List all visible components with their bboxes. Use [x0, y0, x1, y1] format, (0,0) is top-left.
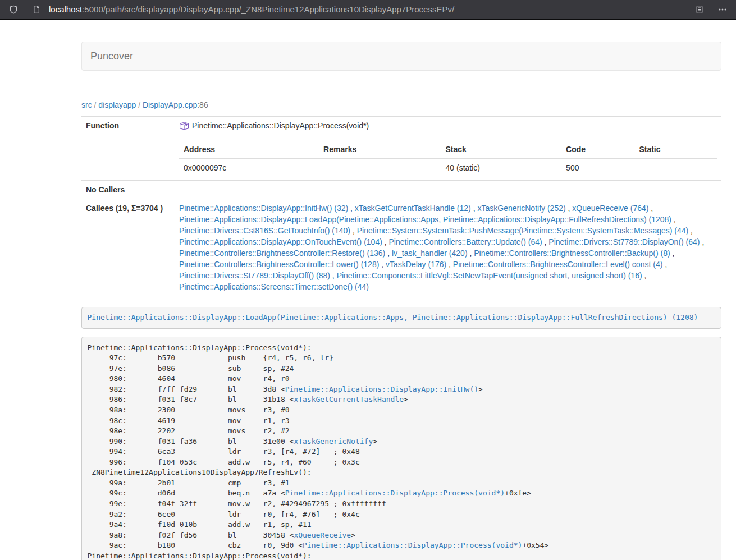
- callee-link[interactable]: xQueueReceive (764): [572, 204, 648, 213]
- callee-link[interactable]: Pinetime::Applications::DisplayApp::OnTo…: [179, 237, 382, 246]
- code-symbol-link[interactable]: Pinetime::Applications::DisplayApp::Init…: [285, 385, 478, 393]
- function-name: Pinetime::Applications::DisplayApp::Proc…: [192, 120, 369, 131]
- callee-link[interactable]: Pinetime::Controllers::BrightnessControl…: [179, 260, 379, 269]
- breadcrumb: src / displayapp / DisplayApp.cpp:86: [81, 100, 721, 109]
- callee-link[interactable]: vTaskDelay (176): [386, 260, 446, 269]
- snippet-panel: Pinetime::Applications::DisplayApp::Load…: [81, 307, 721, 329]
- stats-body: 0x0000097c40 (static)500: [179, 158, 717, 177]
- code-symbol-link[interactable]: Pinetime::Applications::DisplayApp::Proc…: [303, 541, 522, 549]
- page: Puncover src / displayapp / DisplayApp.c…: [73, 20, 730, 560]
- shield-icon[interactable]: [6, 2, 21, 17]
- stats-header-cell: Remarks: [319, 141, 441, 158]
- callees-row: Callees (19, Σ=3704 ) Pinetime::Applicat…: [81, 199, 721, 296]
- reader-mode-icon[interactable]: [692, 2, 707, 17]
- url-text[interactable]: localhost:5000/path/src/displayapp/Displ…: [49, 4, 692, 14]
- stats-row-container: AddressRemarksStackCodeStatic 0x0000097c…: [81, 137, 721, 180]
- stats-row: 0x0000097c40 (static)500: [179, 158, 717, 177]
- chrome-separator: [711, 4, 711, 15]
- chrome-separator: [25, 4, 25, 15]
- callee-link[interactable]: Pinetime::Drivers::Cst816S::GetTouchInfo…: [179, 226, 350, 235]
- stats-header-cell: Address: [179, 141, 319, 158]
- callee-link[interactable]: Pinetime::Drivers::St7789::DisplayOff() …: [179, 271, 330, 280]
- divider: [81, 88, 721, 88]
- callee-link[interactable]: Pinetime::Applications::DisplayApp::Init…: [179, 204, 348, 213]
- stats-cell: 40 (static): [441, 158, 562, 177]
- stats-header-row: AddressRemarksStackCodeStatic: [179, 141, 717, 158]
- function-row: Function Pinetime::Applications::Display…: [81, 117, 721, 137]
- callees-cell: Pinetime::Applications::DisplayApp::Init…: [175, 199, 721, 296]
- stats-cell: 0x0000097c: [179, 158, 319, 177]
- code-symbol-link[interactable]: xTaskGenericNotify: [294, 437, 373, 446]
- function-label: Function: [81, 117, 175, 137]
- callee-link[interactable]: Pinetime::System::SystemTask::PushMessag…: [357, 226, 689, 235]
- more-menu-icon[interactable]: [715, 2, 730, 17]
- breadcrumb-separator: /: [136, 100, 143, 109]
- code-symbol-link[interactable]: xTaskGetCurrentTaskHandle: [294, 395, 404, 403]
- callee-link[interactable]: xTaskGenericNotify (252): [477, 204, 565, 213]
- stats-cell: [634, 158, 717, 177]
- stats-header-cell: Stack: [441, 141, 562, 158]
- stats-cell: 500: [561, 158, 634, 177]
- callee-link[interactable]: Pinetime::Drivers::St7789::DisplayOn() (…: [548, 237, 700, 246]
- brand-link[interactable]: Puncover: [82, 51, 141, 62]
- breadcrumb-link[interactable]: displayapp: [98, 100, 136, 109]
- stats-header-cell: Code: [561, 141, 634, 158]
- page-icon[interactable]: [29, 2, 44, 17]
- code-symbol-link[interactable]: Pinetime::Applications::DisplayApp::Proc…: [285, 489, 505, 497]
- url-host: localhost: [49, 4, 82, 14]
- callee-link[interactable]: Pinetime::Controllers::BrightnessControl…: [179, 249, 385, 258]
- stats-cell: [319, 158, 441, 177]
- callee-link[interactable]: Pinetime::Controllers::BrightnessControl…: [474, 249, 670, 258]
- navbar: Puncover: [81, 42, 721, 71]
- callee-link[interactable]: lv_task_handler (420): [392, 249, 468, 258]
- function-table: Function Pinetime::Applications::Display…: [81, 116, 721, 296]
- callee-link[interactable]: xTaskGetCurrentTaskHandle (12): [355, 204, 471, 213]
- breadcrumb-separator: /: [92, 100, 99, 109]
- no-callers-row: No Callers: [81, 180, 721, 199]
- callee-link[interactable]: Pinetime::Controllers::Battery::Update()…: [389, 237, 542, 246]
- callee-link[interactable]: Pinetime::Controllers::BrightnessControl…: [453, 260, 662, 269]
- package-icon: [179, 121, 189, 131]
- breadcrumb-link[interactable]: DisplayApp.cpp: [143, 100, 197, 109]
- callee-link[interactable]: Pinetime::Applications::Screens::Timer::…: [179, 282, 369, 291]
- callee-link[interactable]: Pinetime::Components::LittleVgl::SetNewT…: [337, 271, 642, 280]
- callees-label: Callees (19, Σ=3704 ): [81, 199, 175, 296]
- code-symbol-link[interactable]: xQueueReceive: [294, 531, 351, 539]
- callee-link[interactable]: Pinetime::Applications::DisplayApp::Load…: [179, 215, 671, 224]
- browser-chrome: localhost:5000/path/src/displayapp/Displ…: [0, 0, 736, 20]
- disassembly-code: Pinetime::Applications::DisplayApp::Proc…: [81, 337, 721, 560]
- no-callers-label: No Callers: [81, 180, 175, 199]
- snippet-link[interactable]: Pinetime::Applications::DisplayApp::Load…: [88, 313, 698, 322]
- breadcrumb-line-number: :86: [197, 100, 208, 109]
- stats-header-cell: Static: [634, 141, 717, 158]
- url-path: :5000/path/src/displayapp/DisplayApp.cpp…: [82, 4, 454, 14]
- stats-table: AddressRemarksStackCodeStatic 0x0000097c…: [179, 141, 717, 177]
- breadcrumb-link[interactable]: src: [81, 100, 92, 109]
